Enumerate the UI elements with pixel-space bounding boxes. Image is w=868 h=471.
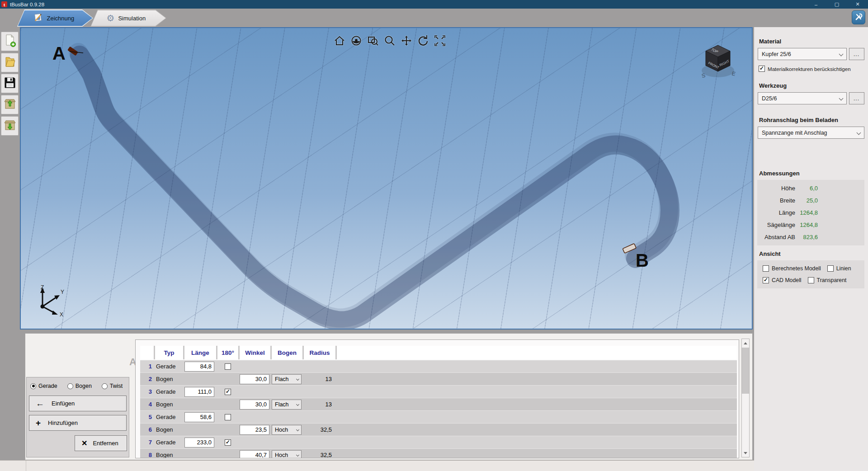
dimension-row: Abstand AB 823,6 [757, 231, 864, 243]
rotate-icon[interactable] [417, 34, 429, 47]
segment-row-1: 1Gerade [140, 360, 737, 373]
dimensions-panel: Höhe 6,0 Breite 25,0 Länge 1264,8 Sägelä… [757, 180, 864, 245]
folder-icon [3, 55, 17, 71]
tube-stop-select[interactable]: Spannzange mit Anschlag [758, 127, 864, 139]
scroll-up-button[interactable] [742, 339, 749, 347]
length-input[interactable] [184, 362, 214, 372]
bend-orientation-select[interactable]: Hoch [272, 450, 302, 459]
insert-button[interactable]: ← Einfügen [29, 396, 127, 411]
open-file-button[interactable] [1, 53, 19, 72]
minimize-button[interactable]: – [806, 0, 826, 9]
segment-row-7: 7Gerade [140, 436, 737, 449]
orbit-view-icon[interactable] [350, 34, 363, 47]
axis-triad: Z Y X [34, 285, 68, 320]
bend-orientation-select[interactable]: Hoch [272, 425, 302, 435]
transparent-checkbox[interactable] [808, 277, 814, 283]
header-laenge: Länge [184, 346, 216, 359]
angle-input[interactable] [240, 450, 269, 459]
file-toolbar [0, 27, 20, 460]
angle-input[interactable] [240, 400, 269, 410]
material-more-button[interactable]: ... [849, 48, 864, 60]
tube-stop-section-label: Rohranschlag beim Beladen [759, 117, 838, 123]
bend-orientation-select[interactable]: Flach [272, 400, 302, 410]
segment-row-4: 4BogenFlach13 [140, 398, 737, 411]
180-checkbox[interactable] [225, 414, 231, 420]
app-logo-icon: t [1, 1, 7, 7]
180-checkbox[interactable] [225, 439, 231, 446]
application-window: t tBusBar 0.9.28 – ▢ ✕ Zeichnung [0, 0, 868, 471]
pan-icon[interactable] [400, 34, 413, 47]
tab-label: Simulation [118, 15, 146, 22]
row-number: 4 [140, 398, 154, 410]
home-view-icon[interactable] [333, 34, 346, 47]
radius-value: 13 [304, 373, 335, 385]
segment-row-6: 6BogenHoch32,5 [140, 424, 737, 436]
plus-icon: + [36, 419, 41, 427]
chevron-down-icon [296, 403, 299, 406]
angle-input[interactable] [240, 425, 269, 435]
box-arrow-up-icon [3, 97, 17, 113]
radio-twist[interactable]: Twist [102, 383, 123, 389]
segment-type: Gerade [155, 386, 183, 398]
row-number: 6 [140, 424, 154, 436]
row-number: 3 [140, 386, 154, 398]
endpoint-a-label: A [52, 43, 66, 63]
material-select[interactable]: Kupfer 25/6 [758, 48, 847, 60]
tool-select[interactable]: D25/6 [758, 92, 847, 104]
arrow-left-icon: ← [36, 399, 44, 408]
lines-checkbox[interactable] [827, 265, 834, 272]
scrollbar-thumb[interactable] [742, 348, 749, 394]
length-input[interactable] [184, 387, 214, 397]
segment-type: Bogen [155, 449, 183, 458]
length-input[interactable] [184, 438, 214, 447]
table-scrollbar[interactable] [741, 339, 750, 457]
remove-button[interactable]: ✕ Entfernen [75, 435, 127, 451]
navigation-cube[interactable]: S E TOP FRONT RIGHT [698, 42, 737, 85]
maximize-button[interactable]: ▢ [826, 0, 847, 9]
segment-row-2: 2BogenFlach13 [140, 373, 737, 386]
chevron-down-icon [296, 428, 299, 431]
save-button[interactable] [1, 74, 19, 93]
length-input[interactable] [184, 412, 214, 422]
floppy-disk-icon [3, 75, 17, 92]
new-document-icon [3, 33, 17, 50]
180-checkbox[interactable] [225, 363, 231, 370]
status-strip [0, 460, 754, 471]
header-typ: Typ [155, 346, 183, 359]
properties-sidebar: Material Kupfer 25/6 ... Materialkorrekt… [754, 27, 868, 471]
axis-y-label: Y [61, 289, 64, 295]
angle-input[interactable] [240, 374, 269, 384]
segment-type: Gerade [155, 436, 183, 448]
close-button[interactable]: ✕ [847, 0, 868, 9]
material-corrections-checkbox[interactable] [759, 66, 765, 72]
radio-gerade[interactable]: Gerade [30, 383, 57, 389]
180-checkbox[interactable] [225, 389, 231, 395]
computed-model-checkbox[interactable] [763, 265, 769, 272]
settings-tools-button[interactable] [852, 10, 865, 24]
radio-bogen[interactable]: Bogen [67, 383, 92, 389]
export-button[interactable] [1, 95, 19, 114]
segment-type: Bogen [155, 424, 183, 436]
tool-section-label: Werkzeug [759, 82, 787, 89]
3d-viewport[interactable]: A B [20, 27, 753, 330]
dimension-row: Länge 1264,8 [757, 207, 864, 219]
add-button[interactable]: + Hinzufügen [29, 415, 127, 431]
cad-model-checkbox[interactable] [763, 277, 769, 283]
tool-value: D25/6 [762, 95, 777, 102]
scroll-down-button[interactable] [742, 449, 749, 457]
segment-table-header: Typ Länge 180° Winkel Bogen Radius [140, 346, 737, 359]
zoom-window-icon[interactable] [367, 34, 379, 47]
tab-simulation[interactable]: ⚙ Simulation [90, 9, 166, 27]
wrench-screwdriver-icon [854, 12, 863, 23]
zoom-icon[interactable] [383, 34, 396, 47]
radius-value: 32,5 [304, 424, 335, 436]
tool-more-button[interactable]: ... [849, 92, 864, 104]
fit-view-icon[interactable] [434, 34, 446, 47]
axis-x-label: X [60, 311, 63, 318]
new-file-button[interactable] [1, 32, 19, 51]
tab-label: Zeichnung [47, 15, 75, 22]
bend-orientation-select[interactable]: Flach [272, 374, 302, 384]
tab-zeichnung[interactable]: Zeichnung [17, 9, 93, 27]
viewport-toolbar [324, 34, 455, 47]
import-button[interactable] [1, 116, 19, 136]
